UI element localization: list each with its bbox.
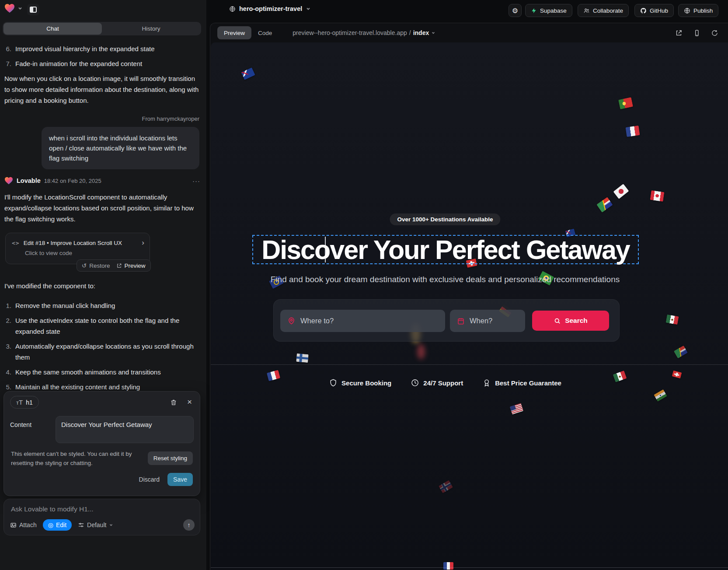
search-card: Where to? When? Search xyxy=(273,299,620,342)
award-icon xyxy=(482,378,491,387)
feature-label: Best Price Guarantee xyxy=(495,379,561,387)
tab-history[interactable]: History xyxy=(102,23,200,35)
map-pin-icon xyxy=(287,317,296,325)
modified-intro: I've modified the component to: xyxy=(4,280,200,291)
preview-toolbar: Preview Code preview--hero-optimizer-tra… xyxy=(210,23,728,42)
supabase-bolt-icon xyxy=(531,7,537,14)
open-in-new-icon[interactable] xyxy=(675,29,683,37)
feature-item: 24/7 Support xyxy=(411,378,463,387)
chat-composer[interactable]: Ask Lovable to modify H1... Attach ◎ Edi… xyxy=(3,499,200,535)
preview-viewport[interactable]: Over 1000+ Destinations Available Discov… xyxy=(211,42,728,570)
default-mode-button[interactable]: Default xyxy=(78,521,113,528)
list-item: 7.Fade-in animation for the expanded con… xyxy=(4,58,200,69)
destinations-badge: Over 1000+ Destinations Available xyxy=(390,213,500,225)
reset-styling-button[interactable]: Reset styling xyxy=(148,451,193,465)
bottom-divider xyxy=(211,567,728,568)
calendar-icon xyxy=(457,317,465,325)
france-flag xyxy=(443,562,453,570)
toggle-sidebar-button[interactable] xyxy=(27,4,39,15)
edit-card-title: Edit #18 • Improve Location Scroll UX xyxy=(24,240,122,246)
list-item: 2.Use the activeIndex state to control b… xyxy=(4,315,200,337)
preview-url[interactable]: preview--hero-optimizer-travel.lovable.a… xyxy=(293,29,435,36)
india-flag xyxy=(654,389,667,402)
france-flag xyxy=(267,370,280,381)
content-label: Content xyxy=(10,416,50,443)
feature-label: 24/7 Support xyxy=(423,379,463,387)
usa-flag xyxy=(510,403,524,414)
settings-button[interactable]: ⚙ xyxy=(509,4,522,17)
france-flag xyxy=(626,126,640,137)
refresh-icon[interactable] xyxy=(711,29,718,37)
japan-flag xyxy=(613,184,629,199)
github-icon xyxy=(640,7,647,14)
mobile-icon[interactable] xyxy=(693,29,700,37)
preview-version-button[interactable]: Preview xyxy=(116,262,146,269)
collaborate-button[interactable]: Collaborate xyxy=(578,4,629,17)
south-africa-flag xyxy=(596,197,613,212)
assistant-paragraph: Now when you click on a location image, … xyxy=(4,73,200,106)
modified-list: 1.Remove the manual click handling2.Use … xyxy=(4,300,200,396)
trash-icon[interactable] xyxy=(170,399,177,406)
edit-mode-button[interactable]: ◎ Edit xyxy=(43,519,72,531)
where-input[interactable]: Where to? xyxy=(280,310,445,332)
target-icon: ◎ xyxy=(48,521,53,528)
panel-icon xyxy=(30,7,37,13)
preview-panel: Preview Code preview--hero-optimizer-tra… xyxy=(210,23,728,570)
user-message-bubble: when i scroll into the individual locati… xyxy=(42,127,199,169)
message-timestamp: 18:42 on Feb 20, 2025 xyxy=(44,178,101,184)
feature-item: Best Price Guarantee xyxy=(482,378,561,387)
clock-icon xyxy=(411,378,419,387)
globe-icon xyxy=(684,7,690,14)
mexico-flag xyxy=(666,315,679,325)
portugal-flag xyxy=(618,97,633,109)
gear-icon: ⚙ xyxy=(512,7,518,15)
github-button[interactable]: GitHub xyxy=(634,4,674,17)
close-icon[interactable]: × xyxy=(187,397,192,407)
code-icon: <> xyxy=(12,240,20,246)
when-input[interactable]: When? xyxy=(450,310,525,332)
chat-history-tabs: Chat History xyxy=(3,22,201,35)
chevron-down-icon[interactable] xyxy=(17,6,23,11)
tab-preview[interactable]: Preview xyxy=(217,26,251,39)
restore-button[interactable]: ↺ Restore xyxy=(82,262,110,269)
assistant-paragraph-2: I'll modify the LocationScroll component… xyxy=(4,192,200,224)
version-actions: ↺ Restore Preview xyxy=(77,259,151,272)
chat-sidebar: Chat History 6.Improved visual hierarchy… xyxy=(0,0,206,570)
composer-input[interactable]: Ask Lovable to modify H1... xyxy=(11,505,194,513)
publish-button[interactable]: Publish xyxy=(678,4,718,17)
restore-icon: ↺ xyxy=(82,262,87,269)
tab-code[interactable]: Code xyxy=(251,26,279,39)
numbered-list-scrolled: 6.Improved visual hierarchy in the expan… xyxy=(4,43,200,73)
switzerland-flag xyxy=(672,371,682,379)
tab-chat[interactable]: Chat xyxy=(3,23,102,35)
image-icon xyxy=(10,522,17,528)
content-input[interactable]: Discover Your Perfect Getaway xyxy=(56,416,194,443)
external-link-icon xyxy=(116,263,122,269)
message-menu-icon[interactable]: ··· xyxy=(192,177,200,185)
search-icon xyxy=(554,317,561,325)
feature-item: Secure Booking xyxy=(329,378,391,387)
list-item: 1.Remove the manual click handling xyxy=(4,300,200,311)
blur-orb xyxy=(417,344,425,359)
project-switcher[interactable]: hero-optimizer-travel xyxy=(229,5,311,12)
chevron-right-icon: › xyxy=(142,238,144,247)
assistant-name: Lovable xyxy=(17,177,41,184)
list-item: 3.Automatically expand/collapse location… xyxy=(4,341,200,363)
discard-button[interactable]: Discard xyxy=(139,476,160,483)
norway-flag xyxy=(439,480,453,493)
search-button[interactable]: Search xyxy=(532,311,609,331)
globe-icon xyxy=(229,6,236,12)
lovable-heart-logo[interactable] xyxy=(4,3,15,13)
typography-icon: тT xyxy=(16,399,23,406)
supabase-button[interactable]: Supabase xyxy=(525,4,572,17)
hero-subheading: Find and book your dream destination wit… xyxy=(248,275,642,284)
hero-heading[interactable]: Discover Your Perfect Getaway xyxy=(253,234,638,265)
attach-button[interactable]: Attach xyxy=(10,521,37,528)
element-tag-pill[interactable]: тT h1 xyxy=(10,396,39,409)
feature-label: Secure Booking xyxy=(341,379,391,387)
send-button[interactable]: ↑ xyxy=(183,519,195,531)
chevron-down-icon xyxy=(109,523,113,527)
people-icon xyxy=(583,7,590,14)
list-item: 6.Improved visual hierarchy in the expan… xyxy=(4,43,200,54)
save-button[interactable]: Save xyxy=(167,473,193,486)
